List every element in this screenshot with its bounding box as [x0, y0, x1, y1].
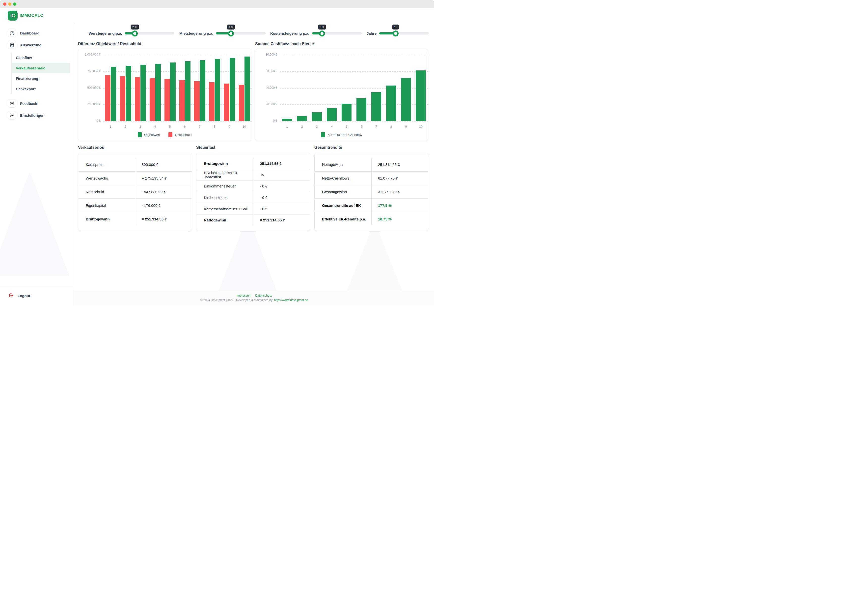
row-value: = 251.314,55 €: [135, 212, 192, 225]
row-label: Gesamtgewinn: [315, 185, 371, 199]
bar-objektwert-year-4: [155, 64, 161, 121]
row-label: Eigenkapital: [78, 199, 135, 212]
row-label: Restschuld: [78, 185, 135, 199]
x-axis-tick: 10: [414, 125, 428, 129]
x-axis-tick: 3: [309, 125, 324, 129]
slider-thumb[interactable]: [393, 31, 398, 36]
datenschutz-link[interactable]: Datenschutz: [255, 294, 272, 297]
table-card: Kaufspreis800.000 €Wertzuwachs+ 175.195,…: [78, 153, 192, 231]
logout-label: Logout: [18, 294, 30, 298]
slider-track[interactable]: 2 %: [312, 32, 362, 34]
row-label: Wertzuwachs: [78, 172, 135, 185]
table-row: Bruttogewinn= 251.314,55 €: [78, 212, 192, 225]
bar-kummulierter-cashflow-year-7: [371, 92, 381, 121]
bar-restschuld-year-8: [209, 82, 214, 121]
row-label: Nettogewinn: [315, 158, 371, 171]
row-value: + 175.195,54 €: [135, 172, 192, 185]
row-value: - 547.880,99 €: [135, 185, 192, 199]
close-window-button[interactable]: [3, 3, 6, 6]
bar-restschuld-year-10: [239, 85, 244, 121]
bar-restschuld-year-7: [194, 81, 200, 121]
row-value: - 176.000 €: [135, 199, 192, 212]
bar-restschuld-year-9: [224, 84, 229, 121]
table-row: Gesamtrendite auf EK177,5 %: [315, 198, 428, 212]
row-value: 800.000 €: [135, 158, 192, 171]
slider-thumb[interactable]: [319, 31, 325, 36]
x-axis-tick: 3: [133, 125, 148, 129]
zoom-window-button[interactable]: [13, 3, 16, 6]
chart-legend: ObjektwertRestschuld: [78, 132, 251, 137]
bar-objektwert-year-10: [245, 56, 250, 121]
slider-thumb[interactable]: [228, 31, 234, 36]
y-axis-tick: 40.000 €: [258, 86, 277, 90]
y-axis-tick: 20.000 €: [258, 103, 277, 106]
developer-link[interactable]: https://www.develpmnt.de: [274, 298, 308, 302]
sidebar-subitem-verkaufsszenario[interactable]: Verkaufsszenario: [12, 63, 70, 73]
legend-item: Restschuld: [169, 132, 192, 137]
sidebar-item-auswertung[interactable]: Auswertung: [8, 40, 74, 49]
sidebar-item-label: Auswertung: [20, 43, 42, 47]
y-axis-tick: 0 €: [81, 119, 101, 123]
chart-cashflows: Summe Cashflows nach Steuer 80.000 €60.0…: [255, 42, 428, 141]
y-axis-tick: 1.000.000 €: [81, 53, 101, 57]
sidebar-subitem-bankexport[interactable]: Bankexport: [12, 84, 70, 94]
table-row: Bruttogewinn251.314,55 €: [197, 158, 310, 169]
sidebar-item-einstellungen[interactable]: Einstellungen: [8, 111, 74, 120]
slider-label: Kostensteigerung p.a.: [270, 31, 309, 36]
x-axis-tick: 2: [294, 125, 309, 129]
summary-table-steuerlast: SteuerlastBruttogewinn251.314,55 €ESt-be…: [196, 145, 310, 231]
bar-kummulierter-cashflow-year-9: [401, 78, 411, 121]
row-label: Kaufspreis: [78, 158, 135, 171]
row-value: 251.314,55 €: [253, 158, 310, 169]
bar-kummulierter-cashflow-year-2: [297, 116, 307, 121]
sidebar-item-dashboard[interactable]: Dashboard: [8, 29, 74, 37]
row-value: Ja: [253, 169, 310, 180]
table-row: Körperschaftssteuer + Soli- 0 €: [197, 203, 310, 215]
gridline: [280, 72, 428, 72]
row-value: 177,5 %: [371, 199, 428, 212]
bar-restschuld-year-2: [120, 76, 126, 121]
table-row: Einkommenssteuer- 0 €: [197, 180, 310, 192]
minimize-window-button[interactable]: [8, 3, 11, 6]
table-row: Nettogewinn= 251.314,55 €: [197, 214, 310, 225]
bar-objektwert-year-6: [185, 61, 191, 121]
sidebar-subitem-cashflow[interactable]: Cashflow: [12, 53, 70, 63]
slider-track[interactable]: 3 %: [216, 32, 265, 34]
table-row: Wertzuwachs+ 175.195,54 €: [78, 171, 192, 185]
chart-objektwert-restschuld: Differenz Objektwert / Restschuld 1.000.…: [78, 42, 251, 141]
row-value: - 0 €: [253, 192, 310, 203]
x-axis: 12345678910: [280, 125, 428, 130]
legend-swatch: [321, 132, 325, 137]
slider-track[interactable]: 10: [379, 32, 429, 34]
x-axis-tick: 4: [148, 125, 163, 129]
row-label: Gesamtrendite auf EK: [315, 199, 371, 212]
x-axis-tick: 1: [103, 125, 118, 129]
y-axis-tick: 250.000 €: [81, 103, 101, 106]
summary-table-gesamtrendite: GesamtrenditeNettogewinn251.314,55 €Nett…: [315, 145, 428, 231]
x-axis-tick: 8: [384, 125, 398, 129]
sidebar-subitem-finanzierung[interactable]: Finanzierung: [12, 73, 70, 84]
copyright-text: © 2024 Develpmnt GmbH. Developed & Maint…: [74, 298, 434, 302]
x-axis-tick: 5: [339, 125, 354, 129]
bar-objektwert-year-3: [141, 65, 146, 121]
y-axis-tick: 0 €: [258, 119, 277, 123]
row-label: Netto-Cashflows: [315, 172, 371, 185]
slider-label: Wersteigerung p.a.: [89, 31, 122, 36]
x-axis-tick: 6: [354, 125, 369, 129]
row-label: Körperschaftssteuer + Soli: [197, 203, 253, 215]
impressum-link[interactable]: Impressum: [237, 294, 251, 297]
slider-thumb[interactable]: [132, 31, 138, 36]
row-value: 61.077,75 €: [371, 172, 428, 185]
slider-track[interactable]: 2 %: [125, 32, 174, 34]
gauge-icon: [8, 29, 16, 37]
app-header: iC IMMOCALC: [0, 8, 434, 23]
bar-restschuld-year-4: [150, 78, 155, 121]
sidebar-item-feedback[interactable]: Feedback: [8, 99, 74, 107]
y-axis-tick: 500.000 €: [81, 86, 101, 90]
x-axis: 12345678910: [103, 125, 252, 130]
logout-button[interactable]: Logout: [0, 286, 74, 306]
charts-row: Differenz Objektwert / Restschuld 1.000.…: [74, 41, 434, 141]
chart-card: 1.000.000 €750.000 €500.000 €250.000 €0 …: [78, 49, 251, 141]
app-window: iC IMMOCALC Dashboard: [0, 0, 434, 306]
legend-label: Kummulierter Cashflow: [327, 133, 362, 137]
